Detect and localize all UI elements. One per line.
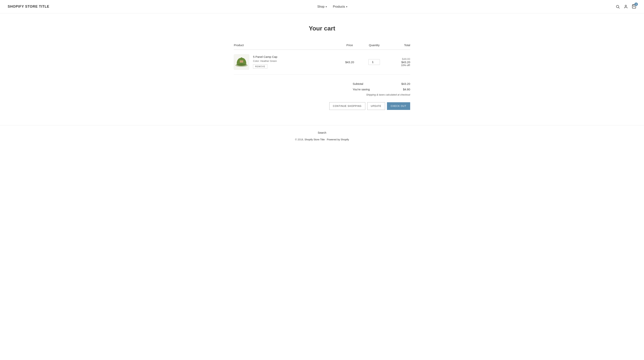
header-actions: 1 <box>616 4 636 9</box>
powered-by-link[interactable]: Powered by Shopify <box>327 138 349 141</box>
total-cell: $48.00 $43.20 10% off! <box>388 50 410 74</box>
svg-point-7 <box>241 57 242 58</box>
footer: Search © 2018, Shopify Store Title Power… <box>0 125 644 147</box>
quantity-cell <box>360 50 388 74</box>
subtotal-value: $43.20 <box>401 82 410 85</box>
remove-button[interactable]: REMOVE <box>253 64 268 68</box>
original-price: $48.00 <box>388 57 410 60</box>
footer-copyright: © 2018, Shopify Store Title Powered by S… <box>8 138 636 141</box>
quantity-input[interactable] <box>368 59 380 65</box>
cart-summary: Subtotal $43.20 You're saving $4.80 Ship… <box>234 82 410 110</box>
discount-badge: 10% off! <box>388 64 410 67</box>
saving-value: $4.80 <box>403 88 410 91</box>
person-icon <box>624 4 628 9</box>
subtotal-label: Subtotal <box>353 82 363 85</box>
price-cell: $43.20 <box>339 50 360 74</box>
svg-rect-6 <box>240 60 243 63</box>
cap-illustration <box>235 55 248 69</box>
col-price-header: Price <box>339 43 360 50</box>
checkout-button[interactable]: CHECK OUT <box>387 102 410 110</box>
header: SHOPIFY STORE TITLE Shop ▼ Products ▼ <box>0 0 644 13</box>
copyright-text: © 2018, <box>295 138 304 141</box>
nav-products[interactable]: Products ▼ <box>333 5 348 8</box>
cart-count: 1 <box>634 2 638 6</box>
search-icon <box>616 4 620 9</box>
footer-search-link[interactable]: Search <box>318 131 326 134</box>
search-button[interactable] <box>616 4 620 9</box>
store-name-link[interactable]: Shopify Store Title <box>304 138 325 141</box>
store-logo[interactable]: SHOPIFY STORE TITLE <box>8 4 49 8</box>
item-price: $43.20 <box>345 60 354 64</box>
main-content: Your cart Product Price Quantity Total <box>230 13 414 125</box>
cart-table-head: Product Price Quantity Total <box>234 43 410 50</box>
cart-table-body: 5 Panel Camp Cap Color: Heather Green RE… <box>234 50 410 74</box>
table-row: 5 Panel Camp Cap Color: Heather Green RE… <box>234 50 410 74</box>
subtotal-row: Subtotal $43.20 <box>353 82 410 85</box>
footer-links: Search <box>8 131 636 134</box>
discounted-price: $43.20 <box>388 60 410 64</box>
col-product-header: Product <box>234 43 339 50</box>
shipping-note: Shipping & taxes calculated at checkout <box>353 93 410 96</box>
product-details: 5 Panel Camp Cap Color: Heather Green RE… <box>253 54 277 68</box>
login-button[interactable] <box>624 4 628 9</box>
cart-table: Product Price Quantity Total <box>234 43 410 74</box>
nav-shop[interactable]: Shop ▼ <box>318 5 327 8</box>
saving-label: You're saving <box>353 88 370 91</box>
col-quantity-header: Quantity <box>360 43 388 50</box>
saving-row: You're saving $4.80 <box>353 88 410 91</box>
product-cell: 5 Panel Camp Cap Color: Heather Green RE… <box>234 50 339 74</box>
product-name: 5 Panel Camp Cap <box>253 55 277 58</box>
product-image <box>234 54 249 70</box>
col-total-header: Total <box>388 43 410 50</box>
shop-chevron-icon: ▼ <box>325 6 327 8</box>
cart-button[interactable]: 1 <box>632 4 636 9</box>
svg-point-2 <box>625 5 626 6</box>
products-chevron-icon: ▼ <box>346 6 348 8</box>
main-nav: Shop ▼ Products ▼ <box>318 5 348 8</box>
variant-value: Heather Green <box>260 59 277 62</box>
update-button[interactable]: UPDATE <box>367 102 385 110</box>
nav-shop-label: Shop <box>318 5 324 8</box>
nav-products-label: Products <box>333 5 345 8</box>
cart-actions: CONTINUE SHOPPING UPDATE CHECK OUT <box>353 102 410 110</box>
product-variant: Color: Heather Green <box>253 59 277 62</box>
svg-line-1 <box>618 7 620 8</box>
page-title: Your cart <box>234 25 410 32</box>
svg-point-0 <box>616 5 619 8</box>
continue-shopping-button[interactable]: CONTINUE SHOPPING <box>329 102 365 110</box>
variant-label: Color: <box>253 59 260 62</box>
